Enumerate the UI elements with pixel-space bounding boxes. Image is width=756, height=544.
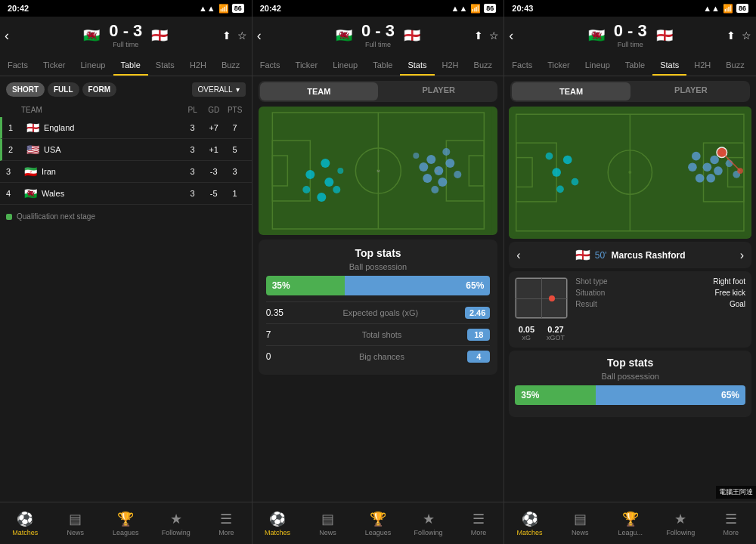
nav-tabs-2: Facts Ticker Lineup Table Stats H2H Buzz: [253, 54, 504, 76]
back-button-3[interactable]: ‹: [509, 28, 513, 44]
tab-stats-3[interactable]: Stats: [652, 54, 686, 76]
score-block-1: 0 - 3 Full time: [109, 23, 142, 48]
nav-leagues-1[interactable]: 🏆 Leagues: [101, 502, 151, 544]
battery-3: 86: [736, 4, 748, 13]
full-button[interactable]: FULL: [48, 82, 79, 97]
tab-stats-2[interactable]: Stats: [400, 54, 434, 76]
back-button-2[interactable]: ‹: [257, 28, 262, 44]
share-icon-2[interactable]: ⬆: [474, 29, 483, 42]
tab-table-2[interactable]: Table: [365, 54, 400, 76]
gd-wales: -5: [203, 189, 225, 198]
score-period-1: Full time: [109, 41, 142, 48]
tab-lineup-2[interactable]: Lineup: [325, 54, 365, 76]
svg-point-13: [337, 168, 343, 174]
segment-team-2[interactable]: TEAM: [260, 82, 378, 100]
nav-matches-1[interactable]: ⚽ Matches: [0, 502, 51, 544]
tab-stats-1[interactable]: Stats: [148, 54, 182, 76]
shot-nav-bar: ‹ 🏴󠁧󠁢󠁥󠁮󠁧󠁿 50' Marcus Rashford ›: [509, 242, 751, 268]
header-actions-2: ⬆ ☆: [474, 29, 499, 42]
news-label-1: News: [67, 529, 85, 536]
tab-facts-3[interactable]: Facts: [504, 54, 540, 76]
short-button[interactable]: SHORT: [6, 82, 45, 97]
tab-h2h-1[interactable]: H2H: [182, 54, 214, 76]
share-icon-1[interactable]: ⬆: [222, 29, 231, 42]
nav-following-3[interactable]: ★ Following: [655, 502, 706, 544]
segment-player-3[interactable]: PLAYER: [632, 81, 750, 102]
tab-buzz-1[interactable]: Buzz: [214, 54, 247, 76]
rank-england: 1: [8, 123, 22, 132]
pts-iran: 3: [225, 167, 246, 176]
tab-table-1[interactable]: Table: [113, 54, 148, 76]
xg-block: 0.05 xG: [519, 325, 534, 342]
svg-point-45: [711, 156, 720, 165]
news-label-3: News: [572, 529, 589, 536]
tab-facts-1[interactable]: Facts: [0, 54, 36, 76]
poss-left-2: 35%: [266, 276, 345, 295]
svg-point-53: [738, 168, 744, 174]
tab-facts-2[interactable]: Facts: [253, 54, 288, 76]
nav-more-1[interactable]: ☰ More: [201, 502, 252, 544]
tab-buzz-2[interactable]: Buzz: [466, 54, 500, 76]
nav-more-3[interactable]: ☰ More: [705, 502, 756, 544]
back-button-1[interactable]: ‹: [5, 28, 9, 44]
xgot-val: 0.27: [547, 325, 565, 334]
pitch-svg-3: [509, 107, 751, 239]
segment-team-3[interactable]: TEAM: [512, 82, 630, 100]
nav-news-3[interactable]: ▤ News: [555, 502, 606, 544]
star-icon-3[interactable]: ☆: [742, 29, 751, 42]
stat-row-chances-2: 0 Big chances 4: [266, 345, 491, 367]
gd-england: +7: [203, 123, 225, 132]
tab-lineup-3[interactable]: Lineup: [578, 54, 618, 76]
star-icon-2[interactable]: ☆: [489, 29, 499, 42]
matches-icon-1: ⚽: [17, 511, 33, 527]
news-icon-3: ▤: [574, 511, 587, 527]
nav-tabs-3: Facts Ticker Lineup Table Stats H2H Buzz: [504, 54, 756, 76]
col-gd-header: GD: [203, 106, 225, 114]
poss-right-val-2: 65%: [466, 280, 484, 291]
col-rank-header: [6, 106, 21, 114]
tab-lineup-1[interactable]: Lineup: [73, 54, 113, 76]
prev-shot-button[interactable]: ‹: [516, 249, 520, 262]
nav-more-2[interactable]: ☰ More: [454, 502, 504, 544]
shot-goal-detail: 0.05 xG 0.27 xGOT Shot type Right foot S…: [509, 271, 751, 348]
tab-ticker-1[interactable]: Ticker: [36, 54, 73, 76]
match-header-3: ‹ 🏴󠁧󠁢󠁷󠁬󠁳󠁿 0 - 3 Full time 🏴󠁧󠁢󠁥󠁮󠁧󠁿 ⬆ ☆: [504, 17, 756, 54]
tab-h2h-3[interactable]: H2H: [686, 54, 718, 76]
xg-val: 0.05: [519, 325, 534, 334]
tab-ticker-3[interactable]: Ticker: [540, 54, 578, 76]
tab-buzz-3[interactable]: Buzz: [718, 54, 751, 76]
score-text-3: 0 - 3: [614, 23, 647, 39]
pl-iran: 3: [182, 167, 203, 176]
share-icon-3[interactable]: ⬆: [727, 29, 736, 42]
wifi-icon: 📶: [218, 4, 229, 14]
shot-minute: 50': [595, 250, 607, 261]
nav-matches-3[interactable]: ⚽ Matches: [504, 502, 555, 544]
pl-england: 3: [182, 123, 203, 132]
tab-table-3[interactable]: Table: [618, 54, 652, 76]
form-button[interactable]: FORM: [82, 82, 116, 97]
nav-following-1[interactable]: ★ Following: [151, 502, 202, 544]
nav-leagues-3[interactable]: 🏆 Leagu...: [605, 502, 655, 544]
chances-right-2: 4: [467, 351, 490, 363]
overall-dropdown[interactable]: OVERALL ▾: [192, 82, 246, 97]
segment-player-2[interactable]: PLAYER: [380, 81, 497, 102]
status-bar-2: 20:42 ▲▲ 📶 86: [253, 0, 504, 17]
tab-h2h-2[interactable]: H2H: [435, 54, 466, 76]
gd-iran: -3: [203, 167, 225, 176]
next-shot-button[interactable]: ›: [740, 249, 744, 262]
xg-label-small: xG: [519, 334, 534, 342]
wifi-icon-3: 📶: [723, 4, 733, 14]
nav-following-2[interactable]: ★ Following: [403, 502, 454, 544]
svg-point-40: [557, 186, 565, 193]
svg-point-12: [317, 193, 326, 202]
nav-news-2[interactable]: ▤ News: [302, 502, 353, 544]
star-icon-1[interactable]: ☆: [237, 29, 247, 42]
nav-matches-2[interactable]: ⚽ Matches: [253, 502, 303, 544]
svg-point-9: [305, 170, 314, 179]
tab-ticker-2[interactable]: Ticker: [288, 54, 326, 76]
poss-right-2: 65%: [345, 276, 491, 295]
battery-1: 86: [232, 4, 244, 13]
nav-news-1[interactable]: ▤ News: [51, 502, 101, 544]
score-period-2: Full time: [361, 41, 395, 48]
nav-leagues-2[interactable]: 🏆 Leagues: [353, 502, 404, 544]
